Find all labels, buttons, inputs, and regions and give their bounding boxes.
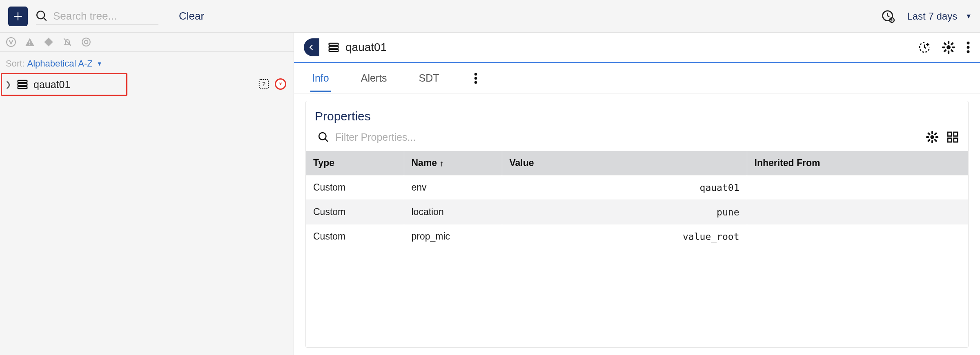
detail-header: qauat01 [294, 33, 980, 63]
tabs-overflow-icon[interactable] [474, 72, 478, 84]
svg-rect-7 [18, 80, 27, 82]
status-warning-icon[interactable] [24, 37, 35, 47]
properties-heading: Properties [306, 101, 968, 127]
tab-info[interactable]: Info [310, 64, 331, 92]
properties-filter-input[interactable] [335, 131, 919, 143]
cell-type: Custom [306, 224, 404, 249]
status-diamond-icon[interactable] [43, 37, 54, 47]
chip-question-icon[interactable]: ? [258, 78, 270, 90]
status-bell-off-icon[interactable] [62, 37, 73, 47]
cell-name: env [404, 175, 502, 200]
svg-rect-25 [948, 138, 951, 142]
sort-row: Sort: Alphabetical A-Z ▼ [0, 52, 294, 72]
sort-selector[interactable]: Alphabetical A-Z ▼ [27, 58, 102, 69]
table-row[interactable]: Custom prop_mic value_root [306, 224, 968, 249]
add-button[interactable] [8, 7, 28, 26]
properties-settings-icon[interactable] [926, 131, 939, 144]
svg-point-20 [474, 77, 477, 80]
plus-icon [13, 11, 23, 22]
cell-value: qauat01 [502, 175, 747, 200]
svg-rect-24 [954, 132, 958, 136]
time-settings-icon[interactable] [881, 9, 895, 24]
cell-inherited [747, 224, 968, 249]
col-inherited-header[interactable]: Inherited From [747, 151, 968, 175]
status-filter-row [0, 33, 294, 52]
top-toolbar: Clear Last 7 days ▼ [0, 0, 980, 33]
cell-inherited [747, 200, 968, 224]
caret-down-icon: ▼ [965, 13, 972, 20]
tree-row[interactable]: ❯ qauat01 [2, 74, 126, 95]
properties-grid-icon[interactable] [946, 131, 959, 144]
svg-rect-26 [954, 138, 958, 142]
svg-point-18 [967, 50, 970, 53]
sort-label: Sort: [6, 58, 24, 69]
search-tree-input[interactable] [53, 10, 158, 22]
settings-icon[interactable] [942, 40, 956, 54]
kebab-menu-icon[interactable] [966, 41, 970, 54]
add-sdt-icon[interactable] [918, 41, 931, 54]
cell-value: pune [502, 200, 747, 224]
table-row[interactable]: Custom location pune [306, 200, 968, 224]
svg-point-2 [7, 38, 16, 47]
detail-title-text: qauat01 [345, 41, 387, 54]
chevron-right-icon[interactable]: ❯ [5, 80, 11, 89]
status-collector-icon[interactable] [6, 37, 16, 47]
search-icon [36, 10, 47, 22]
clear-search-button[interactable]: Clear [179, 10, 204, 22]
svg-point-17 [967, 46, 970, 49]
cell-type: Custom [306, 175, 404, 200]
tree-sidebar: Sort: Alphabetical A-Z ▼ ❯ qauat01 [0, 33, 294, 355]
svg-rect-8 [18, 84, 27, 86]
svg-point-19 [474, 73, 477, 75]
detail-tabs: Info Alerts SDT [294, 63, 980, 93]
caret-down-icon: ▼ [97, 60, 102, 67]
time-range-label: Last 7 days [907, 11, 957, 22]
sort-asc-icon: ↑ [439, 159, 443, 168]
tab-alerts[interactable]: Alerts [359, 64, 389, 92]
chevron-left-icon [308, 44, 315, 51]
search-icon [318, 132, 329, 142]
search-tree-wrap [36, 8, 158, 24]
cell-inherited [747, 175, 968, 200]
cell-type: Custom [306, 200, 404, 224]
server-group-icon [16, 78, 29, 91]
status-target-icon[interactable] [81, 37, 91, 47]
svg-text:?: ? [262, 80, 265, 87]
cell-value: value_root [502, 224, 747, 249]
cell-name: location [404, 200, 502, 224]
svg-rect-12 [329, 43, 339, 45]
properties-table: Type Name↑ Value Inherited From Custom e… [306, 151, 968, 248]
svg-point-5 [82, 38, 90, 46]
tab-sdt[interactable]: SDT [417, 64, 441, 92]
server-group-icon [327, 41, 340, 53]
sort-value-text: Alphabetical A-Z [27, 58, 92, 69]
tree-item-highlight: ❯ qauat01 [1, 73, 127, 96]
svg-rect-3 [29, 41, 30, 44]
time-range-selector[interactable]: Last 7 days ▼ [907, 11, 972, 22]
properties-filter-row [306, 127, 968, 151]
svg-point-21 [474, 81, 477, 84]
back-button[interactable] [304, 38, 319, 56]
chip-collector-down-icon[interactable] [275, 78, 286, 90]
svg-point-15 [947, 45, 951, 49]
tree-item-label: qauat01 [33, 79, 70, 91]
properties-panel: Properties Type [305, 101, 969, 348]
svg-rect-4 [29, 44, 30, 45]
table-row[interactable]: Custom env qauat01 [306, 175, 968, 200]
svg-rect-13 [329, 47, 339, 49]
svg-point-6 [85, 40, 88, 44]
cell-name: prop_mic [404, 224, 502, 249]
svg-rect-14 [329, 49, 339, 51]
tree-item-badges: ? [258, 78, 286, 90]
col-name-header-text: Name [412, 158, 437, 168]
col-name-header[interactable]: Name↑ [404, 151, 502, 175]
svg-point-16 [967, 42, 970, 44]
detail-pane: qauat01 Info Alerts SDT Properties [294, 33, 980, 355]
svg-rect-23 [948, 132, 951, 136]
col-type-header[interactable]: Type [306, 151, 404, 175]
col-value-header[interactable]: Value [502, 151, 747, 175]
svg-rect-9 [18, 87, 27, 89]
svg-point-22 [930, 135, 934, 139]
